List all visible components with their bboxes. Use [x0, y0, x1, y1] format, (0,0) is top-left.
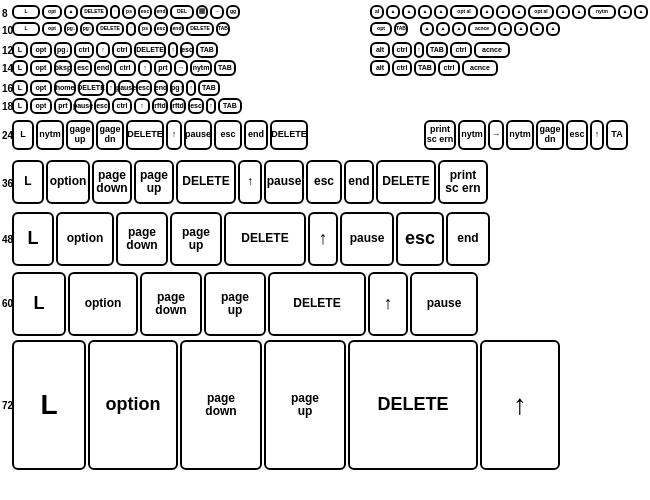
key-row14-L[interactable]: L	[12, 60, 28, 76]
key-row8-2[interactable]: opt	[42, 5, 62, 19]
key-row16-pause[interactable]: pause	[118, 80, 134, 96]
key-row14-tab[interactable]: TAB	[214, 60, 236, 76]
key-row14-r-ctrl[interactable]: ctrl	[392, 60, 412, 76]
key-row36-delete[interactable]: DELETE	[176, 160, 236, 204]
key-row18-up[interactable]: ↑	[134, 98, 150, 114]
key-row14-r-nonce[interactable]: acnce	[462, 60, 498, 76]
key-row10-r10[interactable]: ▲	[546, 22, 560, 36]
key-row12-r-ctrl2[interactable]: ctrl	[450, 42, 472, 58]
key-row14-r-tab[interactable]: TAB	[414, 60, 436, 76]
key-row36-option[interactable]: option	[46, 160, 90, 204]
key-row16-opt[interactable]: opt	[30, 80, 52, 96]
key-row24-nytm[interactable]: nytm	[36, 120, 64, 150]
key-row8-pause[interactable]: ps	[122, 5, 136, 19]
key-row12-r-tab[interactable]: TAB	[426, 42, 448, 58]
key-row12-r-nonce[interactable]: acnce	[474, 42, 510, 58]
key-row14-prt[interactable]: prt	[154, 60, 172, 76]
key-row12-tab[interactable]: TAB	[196, 42, 218, 58]
key-row60-up[interactable]: ↑	[368, 272, 408, 336]
key-row18-reftd[interactable]: rftd	[152, 98, 168, 114]
key-row24-r-tab[interactable]: TA	[606, 120, 628, 150]
key-row60-delete[interactable]: DELETE	[268, 272, 366, 336]
key-row12-opt[interactable]: opt	[30, 42, 52, 58]
key-row16-L[interactable]: L	[12, 80, 28, 96]
key-row10-r7[interactable]: ▲	[498, 22, 512, 36]
key-row8-end[interactable]: end	[154, 5, 168, 19]
key-row24-delete2[interactable]: DELETE	[270, 120, 308, 150]
key-row8-r15[interactable]: ▲	[634, 5, 648, 19]
key-row10-esc[interactable]: esc	[154, 22, 168, 36]
key-row8-r1[interactable]: al	[370, 5, 384, 19]
key-row24-end[interactable]: end	[244, 120, 268, 150]
key-row14-nytm[interactable]: nytm	[190, 60, 212, 76]
key-row24-r-arr[interactable]: →	[488, 120, 504, 150]
key-row36-L[interactable]: L	[12, 160, 44, 204]
key-row48-esc[interactable]: esc	[396, 212, 444, 266]
key-row24-r-nytm[interactable]: nytm	[458, 120, 486, 150]
key-row72-option[interactable]: option	[88, 340, 178, 470]
key-row12-r-up[interactable]: ↑	[414, 42, 424, 58]
key-row16-end[interactable]: end	[154, 80, 168, 96]
key-row12-pgd[interactable]: pg↓	[54, 42, 72, 58]
key-row18-up2[interactable]: ↑	[206, 98, 216, 114]
key-row16-up2[interactable]: ↑	[186, 80, 196, 96]
key-row10-tab[interactable]: TAB	[216, 22, 230, 36]
key-row60-pagedown[interactable]: pagedown	[140, 272, 202, 336]
key-row48-option[interactable]: option	[56, 212, 114, 266]
key-row10-r4[interactable]: ▲	[436, 22, 450, 36]
key-row36-delete2[interactable]: DELETE	[376, 160, 436, 204]
key-row72-up[interactable]: ↑	[480, 340, 560, 470]
key-row12-r-alt[interactable]: alt	[370, 42, 390, 58]
key-row48-end[interactable]: end	[446, 212, 490, 266]
key-row10-pause[interactable]: ps	[138, 22, 152, 36]
key-row14-bksp[interactable]: bksp	[54, 60, 72, 76]
key-row24-pause[interactable]: pause	[184, 120, 212, 150]
key-row18-rftd2[interactable]: rftd	[170, 98, 186, 114]
key-row24-up[interactable]: ↑	[166, 120, 182, 150]
key-row72-pageup[interactable]: pageup	[264, 340, 346, 470]
key-row24-gage[interactable]: gageup	[66, 120, 94, 150]
key-row8-r7[interactable]: ▲	[480, 5, 494, 19]
key-row12-r-ctrl[interactable]: ctrl	[392, 42, 412, 58]
key-row36-r-print[interactable]: printsc ern	[438, 160, 488, 204]
key-row48-delete[interactable]: DELETE	[224, 212, 306, 266]
key-row12-up[interactable]: ↑	[96, 42, 110, 58]
key-row8-r9[interactable]: ▲	[512, 5, 526, 19]
key-row8-r5[interactable]: ▲	[434, 5, 448, 19]
key-row24-gage-dn[interactable]: gagedn	[96, 120, 124, 150]
key-row8-r3[interactable]: ▲	[402, 5, 416, 19]
key-row60-L[interactable]: L	[12, 272, 66, 336]
key-row8-3[interactable]: ▲	[64, 5, 78, 19]
key-row10-r5[interactable]: ▲	[452, 22, 466, 36]
key-row10-pg[interactable]: pg↓	[64, 22, 78, 36]
key-row8-5[interactable]: ↑	[110, 5, 120, 19]
key-row48-L[interactable]: L	[12, 212, 54, 266]
key-row24-delete[interactable]: DELETE	[126, 120, 164, 150]
key-row12-esc[interactable]: esc	[180, 42, 194, 58]
key-row12-ctrl2[interactable]: ctrl	[112, 42, 132, 58]
key-row10-del[interactable]: DELETE	[96, 22, 124, 36]
key-row10-opt[interactable]: opt	[42, 22, 62, 36]
key-row72-L[interactable]: L	[12, 340, 86, 470]
key-row36-pagedown[interactable]: pagedown	[92, 160, 132, 204]
key-row18-opt[interactable]: opt	[30, 98, 52, 114]
key-row14-r-alt[interactable]: alt	[370, 60, 390, 76]
key-row14-up[interactable]: ↑	[138, 60, 152, 76]
key-row12-ctrl[interactable]: ctrl	[74, 42, 94, 58]
key-row10-r9[interactable]: ▲	[530, 22, 544, 36]
key-row24-r-print[interactable]: printsc ern	[424, 120, 456, 150]
key-row8-r8[interactable]: ▲	[496, 5, 510, 19]
key-row24-r-nytm2[interactable]: nytm	[506, 120, 534, 150]
key-row10-del2[interactable]: DELETE	[186, 22, 214, 36]
key-row14-esc[interactable]: esc	[74, 60, 92, 76]
key-row14-ctrl[interactable]: ctrl	[114, 60, 136, 76]
key-row18-ctrl[interactable]: ctrl	[112, 98, 132, 114]
key-row16-pgsc[interactable]: pg↑	[170, 80, 184, 96]
key-row18-L[interactable]: L	[12, 98, 28, 114]
key-row10-r1[interactable]: opt	[370, 22, 392, 36]
key-row36-esc[interactable]: esc	[306, 160, 342, 204]
key-row10-L[interactable]: L	[12, 22, 40, 36]
key-row8-r2[interactable]: ▲	[386, 5, 400, 19]
key-row24-L[interactable]: L	[12, 120, 34, 150]
key-row8-delete2[interactable]: DEL	[170, 5, 194, 19]
